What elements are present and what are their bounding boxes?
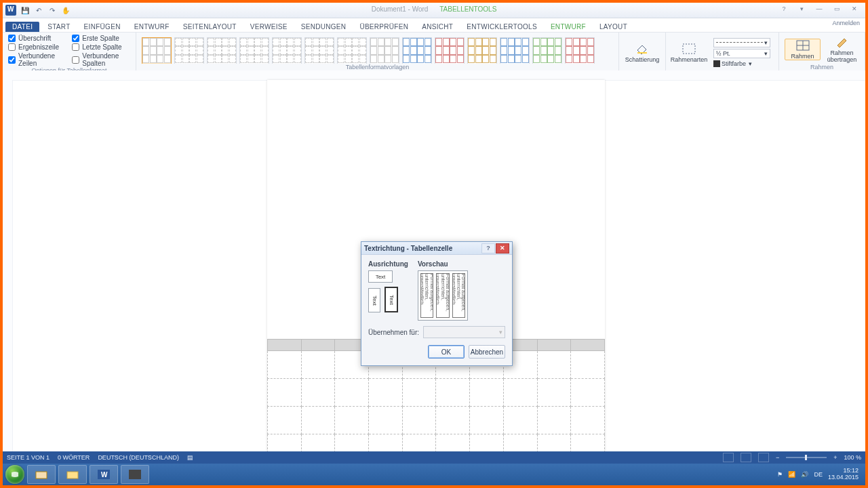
style-thumb[interactable] — [174, 37, 204, 64]
start-button[interactable] — [5, 465, 24, 484]
tray-flag-icon[interactable]: ⚑ — [777, 471, 783, 478]
tab-sendungen[interactable]: SENDUNGEN — [294, 22, 353, 32]
tab-entwurf[interactable]: ENTWURF — [127, 22, 176, 32]
qat-save[interactable]: 💾 — [20, 5, 30, 15]
svg-rect-1 — [683, 44, 695, 54]
preview-label: Vorschau — [418, 260, 468, 268]
tab-seitenlayout[interactable]: SEITENLAYOUT — [176, 22, 243, 32]
chk-erste-spalte[interactable]: Erste Spalte — [72, 35, 130, 42]
style-thumb[interactable] — [304, 37, 334, 64]
view-print-icon[interactable] — [741, 453, 751, 462]
tray-lang[interactable]: DE — [814, 471, 823, 478]
screen: 💾 ↶ ↷ ✋ Dokument1 - Word TABELLENTOOLS ?… — [0, 0, 868, 488]
help-icon[interactable]: ? — [776, 4, 792, 14]
chk-ueberschrift[interactable]: Überschrift — [8, 35, 62, 42]
btn-rahmenarten-label: Rahmenarten — [671, 56, 708, 63]
style-thumb[interactable] — [207, 37, 237, 64]
style-thumb[interactable] — [239, 37, 269, 64]
orientation-horizontal[interactable]: Text — [368, 270, 393, 283]
pen-color-label: Stiftfarbe — [722, 60, 746, 67]
tray-volume-icon[interactable]: 🔊 — [801, 471, 808, 478]
svg-text:W: W — [101, 471, 108, 479]
style-thumb[interactable] — [142, 37, 172, 64]
style-thumb[interactable] — [272, 37, 302, 64]
cancel-button[interactable]: Abbrechen — [469, 345, 505, 359]
zoom-slider[interactable] — [786, 457, 827, 458]
view-read-icon[interactable] — [723, 453, 734, 462]
chk-verbund-label: Verbundene Zeilen — [18, 52, 62, 67]
btn-rahmen-label: Rahmen — [791, 53, 814, 60]
status-words[interactable]: 0 WÖRTER — [58, 454, 90, 461]
chk-letzte-spalte[interactable]: Letzte Spalte — [72, 43, 130, 51]
signin-link[interactable]: Anmelden — [832, 20, 860, 26]
tray-network-icon[interactable]: 📶 — [788, 471, 795, 478]
qat-undo[interactable]: ↶ — [34, 5, 43, 15]
tab-verweise[interactable]: VERWEISE — [243, 22, 294, 32]
zoom-in-icon[interactable]: + — [833, 454, 837, 461]
tab-einfuegen[interactable]: EINFÜGEN — [77, 22, 127, 32]
chevron-down-icon: ▾ — [764, 39, 768, 46]
dialog-help-button[interactable]: ? — [481, 243, 495, 253]
chk-verbsp-label: Verbundene Spalten — [82, 52, 130, 67]
taskbar: W ⚑ 📶 🔊 DE 15:12 13.04.2015 — [3, 464, 865, 485]
chk-verbundene-spalten[interactable]: Verbundene Spalten — [72, 52, 130, 67]
tab-datei[interactable]: DATEI — [5, 22, 39, 32]
taskbar-explorer[interactable] — [27, 465, 56, 484]
status-macro-icon[interactable]: ▤ — [187, 454, 193, 461]
style-thumb[interactable] — [500, 37, 530, 64]
style-thumb[interactable] — [435, 37, 465, 64]
combo-pen-color[interactable]: Stiftfarbe▾ — [713, 60, 765, 68]
close-button[interactable]: ✕ — [846, 4, 863, 14]
status-language[interactable]: DEUTSCH (DEUTSCHLAND) — [98, 454, 179, 461]
tab-start[interactable]: START — [41, 22, 77, 32]
style-thumb[interactable] — [532, 37, 562, 64]
chk-ergebniszeile[interactable]: Ergebniszeile — [8, 43, 62, 51]
vertical-ruler[interactable] — [3, 80, 13, 461]
taskbar-folder[interactable] — [58, 465, 87, 484]
minimize-button[interactable]: — — [811, 4, 827, 14]
combo-border-style[interactable]: ▾ — [713, 38, 770, 47]
tab-tabletools-entwurf[interactable]: ENTWURF — [544, 22, 593, 32]
qat-redo[interactable]: ↷ — [47, 5, 57, 15]
chk-verbundene-zeilen[interactable]: Verbundene Zeilen — [8, 52, 62, 67]
title-bar: 💾 ↶ ↷ ✋ Dokument1 - Word TABELLENTOOLS ?… — [3, 3, 865, 18]
tab-ansicht[interactable]: ANSICHT — [415, 22, 460, 32]
table-styles-gallery[interactable] — [142, 35, 613, 64]
zoom-value[interactable]: 100 % — [844, 454, 861, 461]
style-thumb[interactable] — [337, 37, 367, 64]
tab-ueberpruefen[interactable]: ÜBERPRÜFEN — [353, 22, 415, 32]
taskbar-app[interactable] — [121, 465, 149, 484]
style-thumb[interactable] — [402, 37, 432, 64]
orientation-vertical-down[interactable]: Text — [384, 287, 398, 312]
app-icon — [5, 5, 16, 16]
btn-rahmen[interactable]: Rahmen — [785, 39, 821, 60]
style-thumb[interactable] — [370, 37, 399, 64]
preview-box: Format aufgeben, unterrichten, unverstän… — [418, 270, 468, 321]
apply-to-combo[interactable]: ▾ — [423, 326, 505, 338]
status-page[interactable]: SEITE 1 VON 1 — [7, 454, 50, 461]
btn-schattierung[interactable]: Schattierung — [625, 43, 660, 63]
btn-rahmenarten[interactable]: Rahmenarten — [671, 43, 707, 63]
view-web-icon[interactable] — [758, 453, 769, 462]
tab-entwicklertools[interactable]: ENTWICKLERTOOLS — [460, 22, 544, 32]
tray-date[interactable]: 13.04.2015 — [828, 474, 859, 481]
context-title: TABELLENTOOLS — [439, 5, 496, 13]
style-thumb[interactable] — [565, 37, 595, 64]
chk-ergebnis-label: Ergebniszeile — [18, 43, 59, 51]
zoom-out-icon[interactable]: − — [776, 454, 779, 461]
combo-border-weight[interactable]: ½ Pt.▾ — [713, 49, 770, 58]
ok-button[interactable]: OK — [428, 345, 465, 359]
ribbon-collapse-icon[interactable]: ▾ — [793, 4, 810, 14]
bucket-icon — [635, 43, 650, 55]
taskbar-word[interactable]: W — [90, 465, 118, 484]
tab-tabletools-layout[interactable]: LAYOUT — [593, 22, 634, 32]
dialog-title-bar[interactable]: Textrichtung - Tabellenzelle ? ✕ — [361, 242, 512, 255]
svg-rect-0 — [637, 52, 647, 54]
style-thumb[interactable] — [467, 37, 497, 64]
maximize-button[interactable]: ▭ — [829, 4, 845, 14]
dialog-close-button[interactable]: ✕ — [496, 243, 509, 253]
orientation-vertical-up[interactable]: Text — [368, 288, 380, 312]
horizontal-ruler[interactable] — [3, 70, 865, 81]
btn-rahmen-uebertragen[interactable]: Rahmen übertragen — [825, 36, 859, 63]
qat-touch[interactable]: ✋ — [61, 5, 71, 15]
